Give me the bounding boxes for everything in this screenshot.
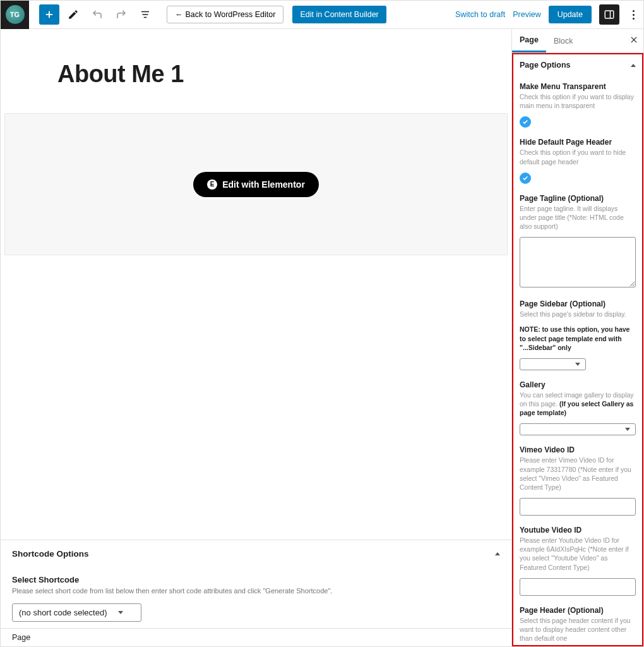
back-label: Back to WordPress Editor [186,10,276,19]
make-transparent-checkbox[interactable] [520,116,531,128]
page-options-header[interactable]: Page Options [513,54,642,76]
app-root: TG ← Back to WordPress Editor Edit in Co… [0,0,644,647]
elementor-label: Edit with Elementor [222,179,305,190]
page-options-title: Page Options [520,61,571,70]
close-sidebar-button[interactable] [629,35,638,47]
chevron-up-icon [495,552,500,555]
opt-page-header: Page Header (Optional) Select this page … [513,600,642,646]
page-header-title: Page Header (Optional) [520,606,636,615]
switch-to-draft-link[interactable]: Switch to draft [455,10,505,19]
opt-tagline: Page Tagline (Optional) Enter page tagli… [513,188,642,294]
make-transparent-desc: Check this option if you want to display… [520,92,636,110]
sidebar-tabs: Page Block [512,29,643,53]
editor-canvas: About Me 1 E Edit with Elementor Shortco… [1,29,511,646]
pencil-icon [68,9,79,20]
chevron-down-icon [625,428,630,431]
edit-with-elementor-button[interactable]: E Edit with Elementor [193,172,319,197]
undo-icon [92,9,103,20]
main: About Me 1 E Edit with Elementor Shortco… [1,29,643,646]
make-transparent-title: Make Menu Transparent [520,82,636,91]
preview-link[interactable]: Preview [513,10,540,19]
site-logo[interactable]: TG [1,1,29,29]
chevron-down-icon [575,363,580,366]
elementor-placeholder: E Edit with Elementor [4,113,508,255]
content-builder-button[interactable]: Edit in Content Builder [292,6,386,23]
tagline-textarea[interactable] [520,237,636,287]
topbar: TG ← Back to WordPress Editor Edit in Co… [1,1,643,29]
vimeo-title: Vimeo Video ID [520,445,636,454]
redo-icon [116,9,127,20]
opt-youtube: Youtube Video ID Please enter Youtube Vi… [513,519,642,600]
page-options-section: Page Options Make Menu Transparent Check… [512,53,643,646]
more-options-button[interactable] [627,10,640,20]
arrow-left-icon: ← [175,10,183,19]
page-sidebar-select[interactable] [520,358,586,370]
check-icon [522,175,528,181]
youtube-input[interactable] [520,578,636,596]
shortcode-panel-header[interactable]: Shortcode Options [12,549,500,559]
page-sidebar-title: Page Sidebar (Optional) [520,299,636,308]
page-title[interactable]: About Me 1 [57,61,511,88]
undo-button[interactable] [87,4,107,25]
redo-button[interactable] [111,4,131,25]
opt-make-transparent: Make Menu Transparent Check this option … [513,76,642,131]
opt-gallery: Gallery You can select image gallery to … [513,374,642,440]
logo-icon: TG [6,5,25,24]
check-icon [522,119,528,125]
topbar-right: Switch to draft Preview Update [455,4,640,25]
edit-mode-button[interactable] [63,4,83,25]
select-shortcode-label: Select Shortcode [12,575,500,584]
opt-vimeo: Vimeo Video ID Please enter Vimeo Video … [513,439,642,519]
opt-hide-header: Hide Default Page Header Check this opti… [513,131,642,187]
opt-page-sidebar: Page Sidebar (Optional) Select this page… [513,293,642,374]
tab-page[interactable]: Page [512,29,546,52]
outline-icon [140,9,151,20]
settings-panel-toggle[interactable] [599,4,619,25]
canvas-body: About Me 1 E Edit with Elementor [1,29,511,540]
hide-header-checkbox[interactable] [520,172,531,184]
shortcode-select-value: (no short code selected) [19,608,107,617]
update-button[interactable]: Update [549,6,592,23]
tagline-desc: Enter page tagline. It will displays und… [520,204,636,231]
gallery-select[interactable] [520,423,636,435]
elementor-icon: E [207,179,217,190]
chevron-down-icon [118,611,123,614]
close-icon [629,35,638,44]
gallery-desc: You can select image gallery to display … [520,390,636,418]
add-block-button[interactable] [39,4,59,25]
shortcode-select[interactable]: (no short code selected) [12,603,141,622]
gallery-title: Gallery [520,380,636,389]
page-sidebar-note: NOTE: to use this option, you have to se… [520,325,636,352]
hide-header-title: Hide Default Page Header [520,138,636,147]
page-header-desc: Select this page header content if you w… [520,616,636,643]
hide-header-desc: Check this option if you want to hide de… [520,148,636,166]
svg-rect-5 [605,11,614,18]
document-outline-button[interactable] [135,4,155,25]
back-to-wp-button[interactable]: ← Back to WordPress Editor [167,6,283,23]
page-sidebar-desc: Select this page's sidebar to display. [520,310,636,318]
shortcode-panel-title: Shortcode Options [12,549,89,559]
vimeo-desc: Please enter Vimeo Video ID for example … [520,456,636,492]
vimeo-input[interactable] [520,498,636,516]
plus-icon [44,9,55,20]
select-shortcode-desc: Please select short code from list below… [12,587,500,595]
youtube-title: Youtube Video ID [520,526,636,535]
sidebar-icon [604,9,615,20]
breadcrumb-footer[interactable]: Page [1,628,511,646]
chevron-up-icon [631,64,636,67]
youtube-desc: Please enter Youtube Video ID for exampl… [520,536,636,572]
settings-sidebar: Page Block Page Options Make Menu Transp… [511,29,643,646]
topbar-left: TG ← Back to WordPress Editor Edit in Co… [1,1,386,29]
tab-block[interactable]: Block [546,30,581,52]
shortcode-options-panel: Shortcode Options Select Shortcode Pleas… [1,540,511,628]
tagline-title: Page Tagline (Optional) [520,194,636,203]
